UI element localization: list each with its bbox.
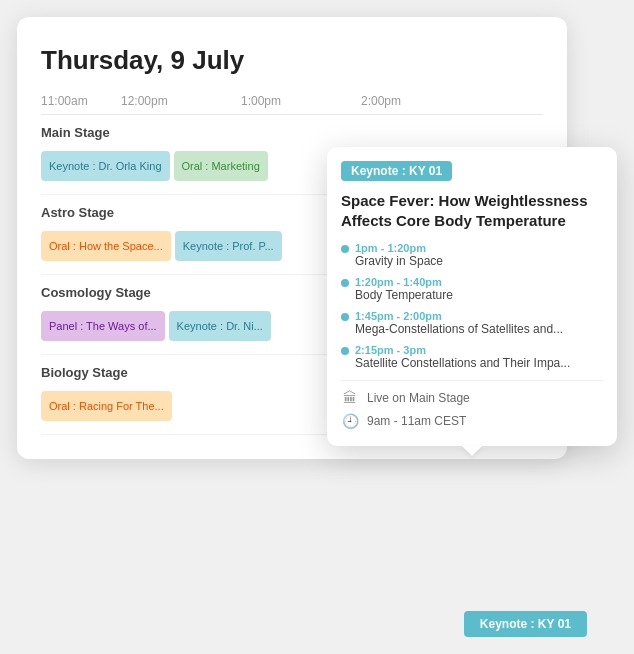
venue-icon: 🏛 (341, 389, 359, 407)
popup-card: Keynote : KY 01 Space Fever: How Weightl… (327, 147, 617, 446)
date-title: Thursday, 9 July (41, 45, 543, 76)
timeline-header: 11:00am 12:00pm 1:00pm 2:00pm (41, 94, 543, 115)
popup-meta: 🏛 Live on Main Stage 🕘 9am - 11am CEST (327, 389, 617, 430)
schedule-item-3: 2:15pm - 3pm Satellite Constellations an… (341, 344, 603, 370)
outer-container: Thursday, 9 July 11:00am 12:00pm 1:00pm … (17, 17, 617, 637)
popup-schedule: 1pm - 1:20pm Gravity in Space 1:20pm - 1… (327, 242, 617, 370)
sched-desc-1: Body Temperature (355, 288, 453, 302)
time-label-1200: 12:00pm (121, 94, 241, 108)
popup-tag: Keynote : KY 01 (341, 161, 452, 181)
meta-time: 🕘 9am - 11am CEST (341, 412, 603, 430)
event-keynote-orla[interactable]: Keynote : Dr. Orla King (41, 151, 170, 181)
event-keynote-prof[interactable]: Keynote : Prof. P... (175, 231, 282, 261)
event-oral-marketing[interactable]: Oral : Marketing (174, 151, 268, 181)
sched-time-1: 1:20pm - 1:40pm (355, 276, 453, 288)
sched-time-3: 2:15pm - 3pm (355, 344, 570, 356)
schedule-item-0: 1pm - 1:20pm Gravity in Space (341, 242, 603, 268)
sched-desc-2: Mega-Constellations of Satellites and... (355, 322, 563, 336)
dot-1 (341, 279, 349, 287)
stage-name-main: Main Stage (41, 125, 543, 140)
clock-icon: 🕘 (341, 412, 359, 430)
popup-divider (341, 380, 603, 381)
bottom-keynote-bar[interactable]: Keynote : KY 01 (464, 611, 587, 637)
schedule-item-2: 1:45pm - 2:00pm Mega-Constellations of S… (341, 310, 603, 336)
time-label-1300: 1:00pm (241, 94, 361, 108)
time-label-1100: 11:00am (41, 94, 121, 108)
event-panel-ways[interactable]: Panel : The Ways of... (41, 311, 165, 341)
event-oral-space[interactable]: Oral : How the Space... (41, 231, 171, 261)
event-oral-racing[interactable]: Oral : Racing For The... (41, 391, 172, 421)
dot-3 (341, 347, 349, 355)
sched-desc-3: Satellite Constellations and Their Impa.… (355, 356, 570, 370)
meta-venue: 🏛 Live on Main Stage (341, 389, 603, 407)
dot-0 (341, 245, 349, 253)
sched-desc-0: Gravity in Space (355, 254, 443, 268)
popup-title: Space Fever: How Weightlessness Affects … (327, 191, 617, 242)
dot-2 (341, 313, 349, 321)
popup-arrow (462, 446, 482, 456)
sched-time-0: 1pm - 1:20pm (355, 242, 443, 254)
sched-time-2: 1:45pm - 2:00pm (355, 310, 563, 322)
time-label-1400: 2:00pm (361, 94, 441, 108)
event-keynote-ni[interactable]: Keynote : Dr. Ni... (169, 311, 271, 341)
meta-venue-text: Live on Main Stage (367, 391, 470, 405)
schedule-item-1: 1:20pm - 1:40pm Body Temperature (341, 276, 603, 302)
meta-time-text: 9am - 11am CEST (367, 414, 466, 428)
